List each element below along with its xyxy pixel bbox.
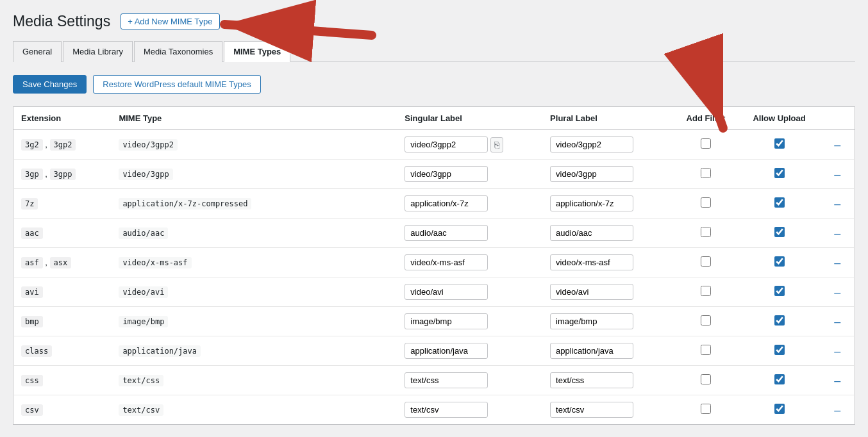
- add-filter-checkbox[interactable]: [701, 374, 711, 384]
- cell-remove: –: [820, 366, 855, 395]
- extension-badge: csv: [21, 404, 43, 416]
- allow-upload-checkbox[interactable]: [774, 197, 785, 208]
- cell-plural-label: [542, 130, 673, 160]
- page-header: Media Settings + Add New MIME Type: [13, 13, 855, 30]
- action-bar: Save Changes Restore WordPress default M…: [13, 75, 855, 94]
- cell-add-filter: [673, 248, 739, 277]
- cell-extension: aac: [13, 218, 112, 248]
- allow-upload-checkbox[interactable]: [774, 404, 785, 414]
- allow-upload-checkbox[interactable]: [774, 286, 785, 296]
- mime-type-value: video/avi: [119, 286, 168, 298]
- add-filter-checkbox[interactable]: [701, 197, 711, 208]
- extension-badge: avi: [21, 286, 43, 298]
- cell-singular-label: [397, 307, 542, 336]
- remove-row-button[interactable]: –: [831, 345, 843, 357]
- mime-type-value: video/3gpp: [119, 169, 172, 180]
- plural-label-input[interactable]: [550, 225, 633, 241]
- table-row: classapplication/java–: [13, 336, 855, 366]
- allow-upload-checkbox[interactable]: [774, 168, 785, 178]
- tab-media-taxonomies[interactable]: Media Taxonomies: [134, 41, 222, 62]
- cell-add-filter: [673, 130, 739, 160]
- cell-singular-label: [397, 277, 542, 307]
- singular-label-input[interactable]: [405, 402, 488, 418]
- tab-general[interactable]: General: [13, 41, 62, 62]
- plural-label-input[interactable]: [550, 372, 633, 388]
- cell-allow-upload: [739, 160, 820, 189]
- remove-row-button[interactable]: –: [831, 404, 843, 416]
- cell-singular-label: [397, 336, 542, 366]
- plural-label-input[interactable]: [550, 166, 633, 182]
- cell-mime-type: text/csv: [111, 395, 397, 425]
- singular-label-input[interactable]: [405, 166, 488, 182]
- cell-singular-label: [397, 189, 542, 218]
- remove-row-button[interactable]: –: [831, 316, 843, 327]
- plural-label-input[interactable]: [550, 402, 633, 418]
- plural-label-input[interactable]: [550, 136, 633, 153]
- singular-label-input[interactable]: [405, 195, 488, 211]
- add-filter-checkbox[interactable]: [701, 315, 711, 326]
- singular-label-input[interactable]: [405, 372, 488, 388]
- cell-add-filter: [673, 218, 739, 248]
- singular-label-input[interactable]: [405, 254, 488, 270]
- restore-defaults-button[interactable]: Restore WordPress default MIME Types: [93, 75, 260, 94]
- add-filter-checkbox[interactable]: [701, 286, 711, 296]
- table-row: bmpimage/bmp–: [13, 307, 855, 336]
- extension-badge: aac: [21, 227, 43, 239]
- add-filter-checkbox[interactable]: [701, 404, 711, 414]
- cell-mime-type: text/css: [111, 366, 397, 395]
- singular-label-input[interactable]: [405, 136, 488, 153]
- table-row: avivideo/avi–: [13, 277, 855, 307]
- plural-label-input[interactable]: [550, 284, 633, 300]
- singular-label-input[interactable]: [405, 313, 488, 329]
- cell-allow-upload: [739, 130, 820, 160]
- remove-row-button[interactable]: –: [831, 169, 843, 180]
- extension-badge: 3gp: [21, 169, 43, 180]
- cell-add-filter: [673, 277, 739, 307]
- singular-label-input[interactable]: [405, 343, 488, 359]
- save-changes-button[interactable]: Save Changes: [13, 75, 87, 94]
- cell-mime-type: video/avi: [111, 277, 397, 307]
- cell-remove: –: [820, 307, 855, 336]
- copy-to-plural-button[interactable]: ⎘: [490, 137, 503, 153]
- allow-upload-checkbox[interactable]: [774, 374, 785, 384]
- singular-label-input[interactable]: [405, 284, 488, 300]
- plural-label-input[interactable]: [550, 313, 633, 329]
- add-filter-checkbox[interactable]: [701, 256, 711, 267]
- cell-mime-type: video/3gpp2: [111, 130, 397, 160]
- allow-upload-checkbox[interactable]: [774, 256, 785, 267]
- cell-singular-label: [397, 366, 542, 395]
- cell-extension: avi: [13, 277, 112, 307]
- plural-label-input[interactable]: [550, 343, 633, 359]
- mime-type-value: video/3gpp2: [119, 139, 177, 151]
- allow-upload-checkbox[interactable]: [774, 227, 785, 237]
- add-filter-checkbox[interactable]: [701, 138, 711, 149]
- tab-media-library[interactable]: Media Library: [63, 41, 133, 62]
- plural-label-input[interactable]: [550, 254, 633, 270]
- col-header-allow-upload: Allow Upload: [739, 107, 820, 130]
- remove-row-button[interactable]: –: [831, 227, 843, 239]
- allow-upload-checkbox[interactable]: [774, 315, 785, 326]
- remove-row-button[interactable]: –: [831, 198, 843, 210]
- cell-extension: class: [13, 336, 112, 366]
- cell-remove: –: [820, 130, 855, 160]
- add-filter-checkbox[interactable]: [701, 168, 711, 178]
- remove-row-button[interactable]: –: [831, 375, 843, 386]
- remove-row-button[interactable]: –: [831, 257, 843, 268]
- cell-allow-upload: [739, 366, 820, 395]
- cell-allow-upload: [739, 395, 820, 425]
- cell-add-filter: [673, 336, 739, 366]
- tab-mime-types[interactable]: MIME Types: [224, 41, 290, 62]
- allow-upload-checkbox[interactable]: [774, 345, 785, 355]
- remove-row-button[interactable]: –: [831, 286, 843, 298]
- singular-label-input[interactable]: [405, 225, 488, 241]
- add-filter-checkbox[interactable]: [701, 227, 711, 237]
- allow-upload-checkbox[interactable]: [774, 138, 785, 149]
- cell-extension: csv: [13, 395, 112, 425]
- add-filter-checkbox[interactable]: [701, 345, 711, 355]
- plural-label-input[interactable]: [550, 195, 633, 211]
- remove-row-button[interactable]: –: [831, 139, 843, 151]
- cell-plural-label: [542, 189, 673, 218]
- cell-extension: css: [13, 366, 112, 395]
- mime-type-value: image/bmp: [119, 316, 168, 327]
- add-mime-type-button[interactable]: + Add New MIME Type: [121, 13, 219, 29]
